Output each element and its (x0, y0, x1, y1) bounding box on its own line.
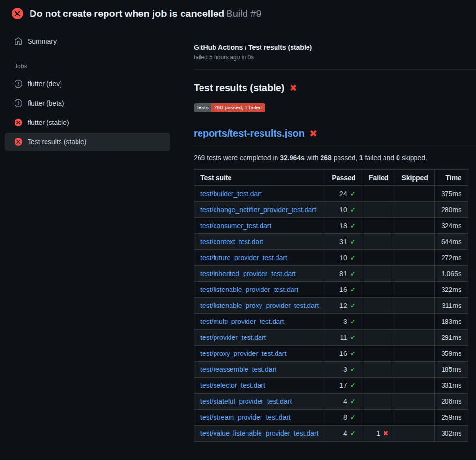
suite-link[interactable]: test/value_listenable_provider_test.dart (200, 429, 319, 437)
sidebar-item-test-results-stable[interactable]: Test results (stable) (5, 133, 170, 151)
sidebar-item-flutter-stable[interactable]: flutter (stable) (5, 113, 170, 132)
time-cell: 1.065s (434, 266, 468, 282)
failed-cell (362, 266, 395, 282)
failed-cell (362, 282, 395, 298)
passed-cell: 18✔ (325, 218, 362, 234)
passed-cell: 4✔ (325, 426, 362, 442)
suite-link[interactable]: test/selector_test.dart (200, 382, 265, 389)
suite-link[interactable]: test/context_test.dart (200, 238, 263, 245)
suite-cell: test/listenable_proxy_provider_test.dart (194, 298, 325, 314)
suite-cell: test/builder_test.dart (194, 186, 325, 202)
summary-line: 269 tests were completed in 32.964s with… (194, 154, 476, 162)
suite-cell: test/context_test.dart (194, 234, 325, 250)
suite-link[interactable]: test/future_provider_test.dart (200, 254, 287, 261)
sidebar-item-label: Test results (stable) (28, 138, 86, 146)
sidebar-item-label: Summary (28, 37, 57, 45)
time-cell: 206ms (434, 394, 468, 410)
table-row: test/listenable_provider_test.dart 16✔ 3… (194, 282, 468, 298)
check-icon: ✔ (350, 254, 356, 261)
passed-cell: 81✔ (325, 266, 362, 282)
sidebar-item-label: flutter (beta) (28, 99, 64, 107)
check-icon: ✔ (350, 318, 356, 325)
suite-link[interactable]: test/stateful_provider_test.dart (200, 398, 292, 405)
check-icon: ✔ (350, 190, 356, 198)
failed-cell (362, 378, 395, 394)
table-row: test/builder_test.dart 24✔ 375ms (194, 186, 468, 202)
table-row: test/change_notifier_provider_test.dart … (194, 202, 468, 218)
table-row: test/listenable_proxy_provider_test.dart… (194, 298, 468, 314)
time-cell: 302ms (434, 426, 468, 442)
sidebar-item-flutter-beta[interactable]: flutter (beta) (5, 94, 170, 112)
report-title: reports/test-results.json ✖ (194, 128, 476, 144)
check-run-content: GitHub Actions / Test results (stable) f… (194, 25, 476, 442)
time-cell: 185ms (434, 362, 468, 378)
suite-cell: test/selector_test.dart (194, 378, 325, 394)
failed-status-icon (15, 138, 22, 146)
time-cell: 183ms (434, 314, 468, 330)
passed-cell: 3✔ (325, 314, 362, 330)
suite-link[interactable]: test/listenable_provider_test.dart (200, 286, 298, 293)
check-icon: ✔ (350, 382, 356, 389)
suite-link[interactable]: test/builder_test.dart (200, 190, 262, 198)
table-header-row: Test suite Passed Failed Skipped Time (194, 170, 468, 186)
suite-link[interactable]: test/reassemble_test.dart (200, 366, 276, 373)
suite-cell: test/inherited_provider_test.dart (194, 266, 325, 282)
suite-link[interactable]: test/change_notifier_provider_test.dart (200, 206, 316, 214)
check-icon: ✔ (350, 206, 356, 214)
passed-cell: 10✔ (325, 202, 362, 218)
time-cell: 291ms (434, 330, 468, 346)
breadcrumb: GitHub Actions / Test results (stable) (194, 44, 476, 51)
suite-link[interactable]: test/provider_test.dart (200, 334, 266, 341)
check-icon: ✔ (350, 302, 356, 309)
sidebar-item-label: flutter (stable) (28, 119, 69, 126)
suite-cell: test/stream_provider_test.dart (194, 410, 325, 426)
suite-link[interactable]: test/listenable_proxy_provider_test.dart (200, 302, 319, 309)
badge-value: 268 passed, 1 failed (211, 103, 265, 112)
skipped-cell (395, 202, 434, 218)
check-icon: ✔ (350, 414, 356, 421)
passed-cell: 8✔ (325, 410, 362, 426)
failed-status-icon (12, 8, 23, 19)
failed-cell (362, 346, 395, 362)
table-row: test/multi_provider_test.dart 3✔ 183ms (194, 314, 468, 330)
time-cell: 272ms (434, 250, 468, 266)
sidebar-item-summary[interactable]: Summary (5, 32, 170, 50)
table-row: test/context_test.dart 31✔ 644ms (194, 234, 468, 250)
check-icon: ✔ (350, 270, 356, 277)
suite-link[interactable]: test/multi_provider_test.dart (200, 318, 284, 325)
skipped-cell (395, 250, 434, 266)
cancelled-status-icon (15, 99, 22, 107)
passed-cell: 10✔ (325, 250, 362, 266)
table-row: test/stateful_provider_test.dart 4✔ 206m… (194, 394, 468, 410)
jobs-heading: Jobs (5, 51, 170, 75)
passed-cell: 16✔ (325, 282, 362, 298)
skipped-cell (395, 218, 434, 234)
failed-cell (362, 298, 395, 314)
jobs-sidebar: Summary Jobs flutter (dev) flutter (beta… (0, 25, 194, 152)
failed-cell (362, 234, 395, 250)
failed-cell (362, 202, 395, 218)
suite-link[interactable]: test/inherited_provider_test.dart (200, 270, 296, 277)
workflow-run-title: Do not create report when job is cancell… (30, 8, 224, 19)
check-icon: ✔ (350, 429, 356, 437)
suite-link[interactable]: test/stream_provider_test.dart (200, 414, 291, 421)
suite-link[interactable]: test/consumer_test.dart (200, 222, 271, 230)
skipped-cell (395, 266, 434, 282)
skipped-cell (395, 282, 434, 298)
passed-count: 268 (321, 154, 332, 162)
home-icon (15, 37, 22, 45)
cancelled-status-icon (15, 80, 22, 88)
time-cell: 359ms (434, 346, 468, 362)
skipped-cell (395, 346, 434, 362)
suite-cell: test/multi_provider_test.dart (194, 314, 325, 330)
table-row: test/proxy_provider_test.dart 16✔ 359ms (194, 346, 468, 362)
sidebar-item-flutter-dev[interactable]: flutter (dev) (5, 75, 170, 93)
time-cell: 331ms (434, 378, 468, 394)
suite-link[interactable]: test/proxy_provider_test.dart (200, 350, 286, 357)
table-row: test/provider_test.dart 11✔ 291ms (194, 330, 468, 346)
report-file-link[interactable]: reports/test-results.json (194, 128, 305, 139)
tests-badge: tests 268 passed, 1 failed (194, 103, 265, 112)
time-cell: 280ms (434, 202, 468, 218)
time-cell: 259ms (434, 410, 468, 426)
x-icon: ✖ (309, 129, 317, 138)
